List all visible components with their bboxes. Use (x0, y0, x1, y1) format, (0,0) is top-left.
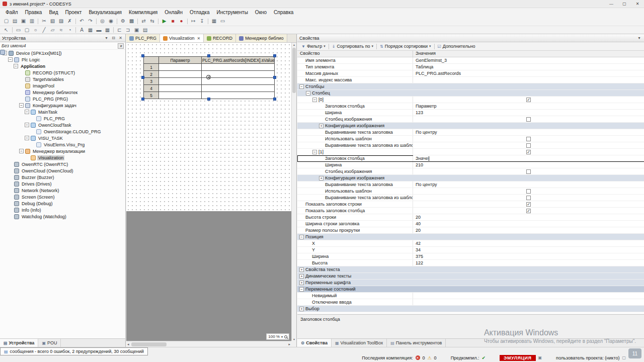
paste-icon[interactable]: ▨ (57, 18, 65, 25)
maximize-button[interactable]: ▢ (618, 0, 631, 8)
prop-value[interactable]: 20 (413, 227, 644, 233)
prop-value[interactable]: 40 (413, 221, 644, 227)
expander-icon[interactable]: + (299, 267, 304, 272)
tab-devices[interactable]: ▤Устройства (0, 339, 38, 347)
tree-item[interactable]: Drives (Drives) (0, 180, 125, 187)
tab-properties[interactable]: ⚙Свойства (297, 339, 332, 347)
prop-row[interactable]: Столбец изображения (297, 168, 644, 175)
prop-row[interactable]: Отключение ввода (297, 299, 644, 306)
cut-icon[interactable]: ✂ (40, 18, 48, 25)
prop-value[interactable]: ✓ (413, 97, 644, 103)
prop-row[interactable]: Выравнивание текста заголовкаПо центру (297, 129, 644, 136)
start-icon[interactable]: ▶ (160, 18, 169, 25)
prop-row[interactable]: +Конфигурация изображения (297, 123, 644, 129)
group-icon[interactable]: ▣ (132, 27, 141, 34)
text-icon[interactable]: A (77, 27, 86, 34)
expander-icon[interactable]: − (19, 149, 24, 153)
prop-value[interactable]: По центру (413, 182, 644, 188)
prop-value[interactable] (413, 306, 644, 312)
rebuild-icon[interactable]: ▩ (127, 18, 136, 25)
prop-value[interactable] (413, 116, 644, 122)
step-over-icon[interactable]: ↦ (189, 18, 198, 25)
prop-row[interactable]: Выравнивание текста заголовкаПо центру (297, 182, 644, 188)
prop-row[interactable]: Высота строки20 (297, 214, 644, 221)
prop-value[interactable]: 123 (413, 110, 644, 116)
resize-handle[interactable] (273, 76, 276, 79)
prop-row[interactable]: −[0]✓ (297, 97, 644, 103)
tree-item[interactable]: Network (Network) (0, 187, 125, 194)
checkbox[interactable]: ✓ (526, 98, 531, 102)
expander-icon[interactable]: − (8, 57, 13, 62)
resize-handle[interactable] (273, 98, 276, 101)
stop-icon[interactable]: ■ (169, 18, 177, 25)
step-into-icon[interactable]: ↧ (198, 18, 206, 25)
resize-handle[interactable] (207, 54, 210, 57)
polygon-icon[interactable]: ▱ (48, 27, 57, 34)
tree-item[interactable]: Watchdog (Watchdog) (0, 213, 125, 220)
prop-row[interactable]: +Динамические тексты (297, 273, 644, 280)
table-icon[interactable]: ▦ (103, 27, 112, 34)
tree-item[interactable]: −VISU_TASK (0, 135, 125, 141)
prop-value[interactable]: GenElemInst_3 (413, 57, 644, 63)
save-icon[interactable]: ▣ (19, 18, 28, 25)
tree-item[interactable]: −Plc Logic (0, 56, 125, 63)
menu-item[interactable]: Компиляция (125, 9, 161, 16)
menu-item[interactable]: Файл (2, 9, 22, 16)
vertical-scrollbar[interactable]: ▴▾ (291, 43, 296, 341)
prop-value[interactable]: Таблица (413, 64, 644, 70)
prop-row[interactable]: Показать заголовок строки✓ (297, 201, 644, 208)
expander-icon[interactable]: − (25, 110, 29, 114)
tree-item[interactable]: Debug (Debug) (0, 200, 125, 207)
resize-handle[interactable] (141, 76, 144, 79)
prop-value[interactable]: ✓ (413, 208, 644, 214)
expander-icon[interactable]: − (19, 103, 24, 108)
prop-row[interactable]: −Столбец (297, 90, 644, 97)
menu-item[interactable]: Правка (22, 9, 46, 16)
prop-row[interactable]: −Переменные состояний (297, 286, 644, 293)
copy-icon[interactable]: ▧ (48, 18, 57, 25)
prop-value[interactable]: ✓ (413, 149, 644, 155)
button-icon[interactable]: ▬ (95, 27, 103, 34)
ellipse-icon[interactable]: ○ (31, 27, 40, 34)
prop-value[interactable]: 210 (413, 162, 644, 168)
prop-value[interactable]: По центру (413, 129, 644, 135)
prop-row[interactable]: Y34 (297, 247, 644, 253)
rounded-rect-icon[interactable]: ▢ (23, 27, 31, 34)
prop-row[interactable]: Имя элементаGenElemInst_3 (297, 57, 644, 64)
menu-item[interactable]: Инструменты (213, 9, 252, 16)
prop-row[interactable]: Выравнивание текста заголовка из шаблона (297, 142, 644, 149)
tab-visualization-toolbox[interactable]: ▦Visualization ToolBox (332, 339, 387, 347)
expander-icon[interactable]: − (312, 150, 317, 154)
breakpoint-icon[interactable]: ● (177, 18, 186, 25)
tree-item[interactable]: PLC_PRG (0, 115, 125, 122)
prop-value[interactable] (413, 77, 644, 83)
redo-icon[interactable]: ↷ (86, 18, 95, 25)
tree-item[interactable]: −MainTask (0, 109, 125, 115)
resize-handle[interactable] (273, 54, 276, 57)
prop-value[interactable]: 34 (413, 247, 644, 253)
menu-item[interactable]: Отладка (186, 9, 213, 16)
align-left-icon[interactable]: ⊏ (115, 27, 124, 34)
checkbox[interactable] (526, 169, 531, 174)
undo-icon[interactable]: ↶ (77, 18, 86, 25)
prop-value[interactable] (413, 234, 644, 240)
expander-icon[interactable]: − (312, 98, 317, 102)
print-icon[interactable]: ▥ (28, 18, 36, 25)
checkbox[interactable] (526, 117, 531, 122)
new-project-icon[interactable]: ▢ (2, 18, 11, 25)
expander-icon[interactable]: − (25, 123, 29, 127)
tree-item[interactable]: TargetVariables (0, 76, 125, 82)
prop-row[interactable]: Ширина375 (297, 253, 644, 260)
horizontal-scrollbar[interactable]: ◂▸ (126, 341, 291, 347)
prop-value[interactable] (413, 299, 644, 305)
panel-menu-icon[interactable]: ▾ (104, 36, 109, 40)
table-element[interactable]: ПараметрPLC_PRG.astRecords[INDEX].sValue… (143, 56, 274, 99)
replace-icon[interactable]: ◉ (107, 18, 115, 25)
prop-row[interactable]: +Конфигурация изображения (297, 175, 644, 182)
menu-item[interactable]: Визуализация (85, 9, 125, 16)
prop-row[interactable]: −[1]✓ (297, 149, 644, 155)
sort-by-button[interactable]: ⇓Сортировать по▾ (330, 44, 375, 49)
tab-plc-prg[interactable]: PLC_PRG (126, 34, 160, 42)
expander-icon[interactable]: − (299, 84, 304, 89)
chevron-down-icon[interactable]: ▾ (281, 335, 283, 338)
